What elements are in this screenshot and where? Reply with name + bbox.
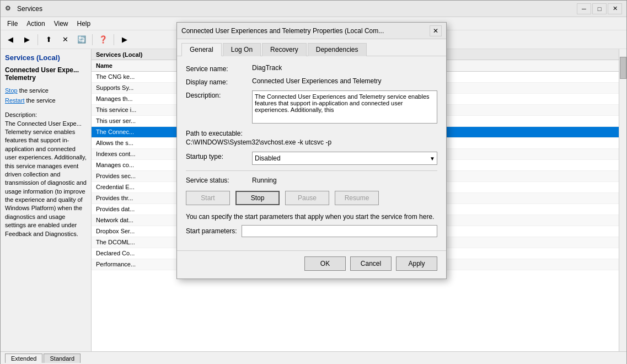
service-name-label: Service name: bbox=[186, 64, 252, 73]
cell-name: Performance... bbox=[92, 260, 191, 268]
resume-button[interactable]: Resume bbox=[335, 191, 379, 205]
menu-view[interactable]: View bbox=[50, 19, 73, 29]
start-params-input[interactable] bbox=[242, 225, 437, 237]
cell-name: Declared Co... bbox=[92, 249, 191, 257]
display-name-label: Display name: bbox=[186, 77, 252, 86]
services-local-title: Services (Local) bbox=[5, 53, 87, 62]
menu-file[interactable]: File bbox=[3, 19, 22, 29]
scrollbar[interactable] bbox=[619, 49, 626, 351]
maximize-button[interactable]: □ bbox=[592, 3, 607, 14]
services-local-header: Services (Local) bbox=[96, 51, 142, 58]
cell-name: The CNG ke... bbox=[92, 73, 191, 81]
startup-type-select[interactable]: Automatic Automatic (Delayed Start) Manu… bbox=[252, 152, 437, 165]
startup-type-row: Startup type: Automatic Automatic (Delay… bbox=[186, 152, 437, 165]
display-name-row: Display name: Connected User Experiences… bbox=[186, 77, 437, 86]
toolbar-separator-1 bbox=[37, 34, 38, 45]
main-title-bar: ⚙ Services ─ □ ✕ bbox=[1, 1, 626, 17]
dialog-title-bar: Connected User Experiences and Telemetry… bbox=[177, 23, 446, 39]
pause-button[interactable]: Pause bbox=[285, 191, 329, 205]
service-name-value: DiagTrack bbox=[252, 64, 437, 72]
cell-name: The DCOML... bbox=[92, 238, 191, 246]
stop-service-label: the service bbox=[19, 87, 49, 94]
dialog-title: Connected User Experiences and Telemetry… bbox=[181, 27, 384, 35]
start-params-section: You can specify the start parameters tha… bbox=[186, 213, 437, 237]
path-label: Path to executable: bbox=[186, 130, 437, 137]
service-name-display: Connected User Expe...Telemetry bbox=[5, 66, 87, 82]
dialog-close-button[interactable]: ✕ bbox=[430, 25, 442, 36]
cell-name: The Connec... bbox=[92, 128, 191, 136]
main-window-title: Services bbox=[17, 5, 42, 13]
display-name-value: Connected User Experiences and Telemetry bbox=[252, 77, 437, 85]
column-name[interactable]: Name bbox=[92, 61, 191, 70]
cell-name: Manages co... bbox=[92, 161, 191, 169]
service-status-label: Service status: bbox=[186, 176, 252, 184]
start-params-label: Start parameters: bbox=[186, 227, 237, 235]
toolbar-separator-3 bbox=[114, 34, 114, 45]
tab-standard[interactable]: Standard bbox=[44, 354, 81, 363]
control-buttons: Start Stop Pause Resume bbox=[186, 191, 437, 205]
stop-service-link[interactable]: Stop bbox=[5, 87, 18, 94]
service-name-row: Service name: DiagTrack bbox=[186, 64, 437, 73]
restart-service-label: the service bbox=[26, 97, 56, 104]
tab-general[interactable]: General bbox=[181, 43, 222, 56]
startup-type-wrapper: Automatic Automatic (Delayed Start) Manu… bbox=[252, 152, 437, 165]
start-params-row: Start parameters: bbox=[186, 225, 437, 237]
minimize-button[interactable]: ─ bbox=[577, 3, 591, 14]
tab-logon[interactable]: Log On bbox=[223, 43, 261, 56]
tab-recovery[interactable]: Recovery bbox=[262, 43, 307, 56]
path-section: Path to executable: C:\WINDOWS\System32\… bbox=[186, 130, 437, 146]
menu-help[interactable]: Help bbox=[73, 19, 95, 29]
status-bar: Extended Standard bbox=[1, 351, 626, 364]
service-status-value: Running bbox=[252, 176, 277, 184]
cell-name: Network dat... bbox=[92, 216, 191, 224]
cell-name: Dropbox Ser... bbox=[92, 227, 191, 235]
cell-name: Credential E... bbox=[92, 183, 191, 191]
path-value: C:\WINDOWS\System32\svchost.exe -k utcsv… bbox=[186, 138, 437, 146]
cell-name: Provides sec... bbox=[92, 172, 191, 180]
back-button[interactable]: ◀ bbox=[3, 33, 18, 47]
start-button[interactable]: Start bbox=[186, 191, 230, 205]
apply-button[interactable]: Apply bbox=[396, 256, 437, 271]
tab-dependencies[interactable]: Dependencies bbox=[308, 43, 367, 56]
start-params-text: You can specify the start parameters tha… bbox=[186, 213, 437, 221]
startup-type-label: Startup type: bbox=[186, 152, 252, 160]
dialog-tabs: General Log On Recovery Dependencies bbox=[177, 39, 446, 56]
cell-name: This service i... bbox=[92, 106, 191, 114]
stop-button[interactable]: ✕ bbox=[57, 33, 73, 47]
help-button[interactable]: ❓ bbox=[95, 33, 111, 47]
play-button[interactable]: ▶ bbox=[117, 33, 132, 47]
close-button[interactable]: ✕ bbox=[608, 3, 622, 14]
cell-name: Indexes cont... bbox=[92, 150, 191, 158]
left-panel-description: Description: The Connected User Expe... … bbox=[5, 111, 87, 238]
cell-name: Provides dat... bbox=[92, 205, 191, 213]
dialog-content: Service name: DiagTrack Display name: Co… bbox=[177, 56, 446, 250]
menu-action[interactable]: Action bbox=[22, 19, 49, 29]
service-status-row: Service status: Running bbox=[186, 176, 437, 184]
cell-name: Manages th... bbox=[92, 95, 191, 103]
up-button[interactable]: ⬆ bbox=[41, 33, 56, 47]
app-icon: ⚙ bbox=[5, 4, 14, 13]
window-controls: ─ □ ✕ bbox=[577, 3, 622, 14]
properties-dialog: Connected User Experiences and Telemetry… bbox=[176, 22, 447, 279]
scrollbar-thumb[interactable] bbox=[620, 57, 626, 79]
cell-name: Provides thr... bbox=[92, 194, 191, 202]
stop-button[interactable]: Stop bbox=[235, 191, 280, 205]
left-panel: Services (Local) Connected User Expe...T… bbox=[1, 49, 92, 351]
cell-name: This user ser... bbox=[92, 117, 191, 125]
description-row: Description: The Connected User Experien… bbox=[186, 90, 437, 125]
cell-name: Allows the s... bbox=[92, 139, 191, 147]
refresh-button[interactable]: 🔄 bbox=[74, 33, 89, 47]
tab-extended[interactable]: Extended bbox=[5, 354, 42, 363]
description-textarea[interactable]: The Connected User Experiences and Telem… bbox=[252, 90, 437, 124]
description-label: Description: bbox=[186, 90, 252, 99]
cell-name: Supports Sy... bbox=[92, 84, 191, 92]
divider-1 bbox=[186, 170, 437, 171]
ok-button[interactable]: OK bbox=[304, 256, 346, 271]
restart-service-link[interactable]: Restart bbox=[5, 97, 24, 104]
dialog-footer: OK Cancel Apply bbox=[177, 250, 446, 279]
cancel-button[interactable]: Cancel bbox=[350, 256, 392, 271]
toolbar-separator-2 bbox=[92, 34, 93, 45]
forward-button[interactable]: ▶ bbox=[19, 33, 35, 47]
